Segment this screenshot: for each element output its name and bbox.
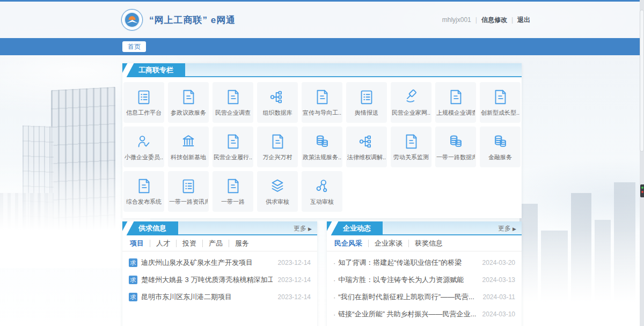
app-card-label: 供求审核 (266, 198, 289, 206)
subtab[interactable]: 投资 (176, 240, 202, 247)
doc-list-icon (357, 88, 376, 106)
app-card[interactable]: 法律维权调解... (346, 127, 387, 167)
scrollbar-track[interactable] (640, 0, 644, 326)
app-card-label: 组织数据库 (263, 109, 292, 117)
app-card[interactable]: 金融服务 (480, 127, 521, 167)
doc-icon (224, 177, 242, 195)
news-item[interactable]: · 链接“企业所能” 共助乡村振兴——民营企业... 2024-03-10 (333, 306, 515, 323)
bullet-icon: · (333, 259, 335, 267)
news-list: · 知了背调：搭建起“传递职业信任”的桥梁 2024-03-20 · 中瑞方胜：… (327, 251, 522, 326)
subtab[interactable]: 企业家谈 (368, 240, 408, 247)
item-title: 昆明市东川区东川港二期项目 (141, 292, 273, 302)
logout-link[interactable]: 退出 (517, 16, 530, 25)
doc-icon (313, 88, 331, 106)
news-item[interactable]: · 知了背调：搭建起“传递职业信任”的桥梁 2024-03-20 (333, 254, 515, 271)
app-card[interactable]: 一带一路资讯库 (168, 171, 209, 212)
org-chart-icon (357, 132, 376, 151)
supply-item[interactable]: 求 迪庆州山泉水及矿泉水生产开发项目 2023-12-14 (129, 254, 311, 271)
item-date: 2024-03-11 (483, 293, 516, 301)
doc-icon (447, 88, 465, 106)
gavel-icon (402, 88, 420, 106)
site-header: “网上工商联” e网通 mhlyjx001 | 信息修改 | 退出 (0, 2, 644, 38)
doc-icon (402, 132, 420, 151)
recorder-red-dot (641, 191, 643, 193)
panel-enterprise-news: 企业动态 更多▶ 民企风采企业家谈获奖信息 · 知了背调：搭建起“传递职业信任”… (327, 221, 522, 326)
subtab[interactable]: 获奖信息 (408, 240, 449, 247)
app-card-label: 小微企业委员... (125, 153, 163, 161)
app-card[interactable]: 小微企业委员... (123, 127, 164, 167)
doc-icon (491, 88, 509, 106)
doc-icon (135, 177, 153, 195)
person-check-icon (135, 132, 153, 151)
more-link[interactable]: 更多▶ (294, 221, 312, 235)
app-card-label: 金融服务 (488, 153, 512, 161)
demand-badge: 求 (129, 276, 137, 284)
app-card-label: 参政议政服务 (171, 109, 206, 117)
news-item[interactable]: · “我们在新时代新征程上凯歌而行”——民营... 2024-03-11 (333, 288, 515, 306)
panel-title-tab: 供求信息 (122, 221, 178, 235)
news-subtabs: 民企风采企业家谈获奖信息 (327, 235, 522, 251)
database-icon (447, 132, 465, 151)
supply-item[interactable]: 求 昆明市东川区东川港二期项目 2023-12-14 (129, 288, 311, 306)
app-card[interactable]: 参政议政服务 (168, 82, 209, 123)
item-date: 2024-03-13 (482, 276, 515, 284)
org-chart-icon (268, 88, 287, 106)
app-card[interactable]: 民营企业家网... (391, 82, 431, 123)
panel-header: 企业动态 更多▶ (327, 221, 522, 235)
panel-supply-demand: 供求信息 更多▶ 项目人才投资产品服务 求 迪庆州山泉水及矿泉水生产开发项目 2… (122, 221, 317, 326)
subtab[interactable]: 服务 (229, 240, 255, 247)
item-date: 2024-03-20 (482, 259, 515, 266)
app-card-label: 民营企业履行... (214, 153, 252, 161)
share-icon (313, 177, 331, 195)
supply-subtabs: 项目人才投资产品服务 (122, 235, 317, 251)
item-title: 知了背调：搭建起“传递职业信任”的桥梁 (338, 258, 477, 268)
app-card-label: 互动审核 (310, 198, 334, 206)
app-card[interactable]: 民营企业调查 (213, 82, 253, 123)
app-card-label: 宣传与导向工... (303, 109, 341, 117)
app-card[interactable]: 劳动关系监测 (391, 127, 431, 167)
scrollbar-thumb[interactable] (640, 10, 644, 152)
more-arrow-icon: ▶ (308, 226, 312, 232)
app-card[interactable]: 万企兴万村 (257, 127, 298, 167)
app-card[interactable]: 组织数据库 (257, 82, 298, 123)
sun-icon (129, 16, 136, 20)
app-card-label: 信息工作平台 (126, 109, 162, 117)
doc-icon (224, 132, 242, 151)
item-date: 2024-03-10 (482, 310, 515, 318)
app-card-label: 上规模企业调查 (436, 109, 475, 117)
app-card[interactable]: 一带一路 (213, 171, 253, 212)
more-arrow-icon: ▶ (513, 226, 516, 232)
app-card[interactable]: 一带一路数据库 (435, 127, 476, 167)
subtab[interactable]: 民企风采 (333, 240, 368, 247)
supply-list: 求 迪庆州山泉水及矿泉水生产开发项目 2023-12-14 求 楚雄州大姚县 3… (122, 251, 317, 306)
subtab[interactable]: 项目 (129, 240, 150, 247)
app-card[interactable]: 创新型成长型... (480, 82, 521, 123)
app-card[interactable]: 信息工作平台 (123, 82, 164, 123)
news-item[interactable]: · 中瑞方胜：以专注铸专长为人力资源赋能 2024-03-13 (333, 271, 515, 288)
app-card[interactable]: 政策法规服务... (302, 127, 342, 167)
federation-emblem-logo (121, 9, 143, 31)
app-card-label: 政策法规服务... (303, 153, 341, 161)
app-card[interactable]: 供求审核 (257, 171, 298, 212)
doc-icon (224, 88, 242, 106)
subtab[interactable]: 人才 (150, 240, 176, 247)
app-card[interactable]: 舆情报送 (346, 82, 387, 123)
item-title: “我们在新时代新征程上凯歌而行”——民营... (338, 292, 477, 302)
news-item[interactable]: · 以法治的确定性助力提信心促发展——工商联... 2024-03-09 (333, 323, 515, 326)
app-icon-grid: 信息工作平台 参政议政服务 民营企业调查 组织数据库 宣传与导向工... 舆情报… (122, 77, 522, 218)
nav-tab-home[interactable]: 首页 (122, 41, 146, 52)
item-title: 楚雄州大姚县 3 万吨优质薄壳核桃精深加工及科... (141, 275, 273, 285)
more-link[interactable]: 更多▶ (498, 221, 516, 235)
database-icon (491, 132, 509, 151)
app-card-label: 一带一路数据库 (436, 153, 475, 161)
supply-item[interactable]: 求 楚雄州大姚县 3 万吨优质薄壳核桃精深加工及科... 2023-12-14 (129, 271, 311, 288)
app-card[interactable]: 科技创新基地 (168, 127, 209, 167)
app-card[interactable]: 互动审核 (302, 171, 342, 212)
app-card[interactable]: 上规模企业调查 (435, 82, 476, 123)
bullet-icon: · (333, 293, 335, 301)
app-card[interactable]: 民营企业履行... (213, 127, 253, 167)
modify-info-link[interactable]: 信息修改 (481, 16, 507, 25)
app-card[interactable]: 综合发布系统 (123, 171, 164, 212)
subtab[interactable]: 产品 (202, 240, 229, 247)
app-card[interactable]: 宣传与导向工... (302, 82, 342, 123)
